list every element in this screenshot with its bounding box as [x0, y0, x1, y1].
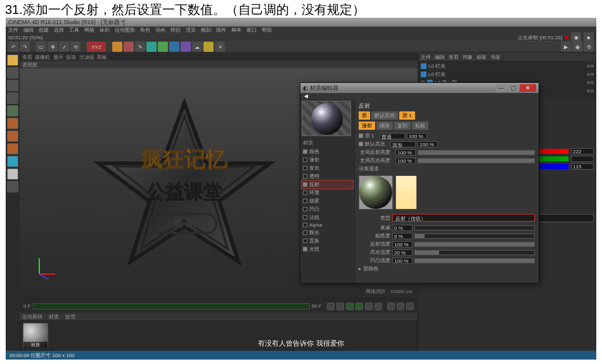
me-layer-tab[interactable]: 层 [359, 111, 370, 120]
tool-6-icon[interactable] [7, 118, 18, 129]
checkbox-icon[interactable] [303, 215, 307, 220]
tool-1-icon[interactable] [7, 54, 18, 66]
cam-icon[interactable]: ◉ [571, 32, 581, 42]
play-end-icon[interactable] [375, 303, 382, 310]
menu-create[interactable]: 创建 [39, 27, 49, 34]
deform-icon[interactable] [181, 42, 191, 52]
gspec-val[interactable]: 100 % [395, 149, 416, 156]
menu-render[interactable]: 渲染 [186, 27, 196, 34]
rtab-obj[interactable]: 对象 [463, 54, 473, 61]
chan-reflect[interactable]: 反射 [302, 180, 353, 189]
me-paste-tab[interactable]: 粘贴 [412, 122, 428, 130]
scale-icon[interactable]: ⤢ [59, 42, 69, 52]
chan-alpha[interactable]: Alpha [302, 222, 353, 229]
checkbox-icon[interactable] [359, 134, 363, 138]
bump-val[interactable]: 100 % [392, 258, 413, 264]
play-prev-icon[interactable] [336, 303, 344, 310]
nurbs-icon[interactable] [158, 42, 168, 52]
me-layer1-tab[interactable]: 层 1 [399, 111, 415, 120]
grefl-val[interactable]: 100 % [395, 158, 416, 164]
gspec-slider[interactable] [418, 150, 535, 155]
refl-val[interactable]: 100 % [392, 241, 413, 248]
rough-slider[interactable] [414, 234, 535, 239]
render2-icon[interactable]: ◉ [572, 42, 582, 52]
tool-7-icon[interactable] [7, 130, 18, 142]
tool-8-icon[interactable] [7, 143, 18, 154]
rtab-tag[interactable]: 标签 [477, 54, 487, 61]
autokey-icon[interactable] [397, 303, 404, 310]
checkbox-icon[interactable] [303, 199, 307, 203]
vp-menu-panel[interactable]: 面板 [97, 54, 107, 61]
maximize-button[interactable]: ▢ [508, 84, 519, 92]
checkbox-icon[interactable] [303, 207, 307, 211]
vp-menu-cam[interactable]: 摄像机 [35, 54, 50, 61]
rtab-view[interactable]: 查看 [449, 54, 459, 61]
viewport-tab[interactable]: 透视图 [20, 61, 418, 68]
stop-icon[interactable]: ■ [584, 32, 594, 42]
atten-slider[interactable] [414, 225, 535, 230]
menu-plugins[interactable]: 插件 [216, 27, 226, 34]
layer-color-thumb[interactable] [395, 175, 417, 210]
spec-val[interactable]: 20 % [392, 249, 413, 256]
chan-env[interactable]: 环境 [302, 189, 353, 197]
light-icon[interactable]: ☀ [215, 42, 225, 52]
menu-sculpt[interactable]: 雕刻 [201, 27, 211, 34]
menu-help[interactable]: 帮助 [262, 27, 272, 34]
prim-icon[interactable] [112, 42, 122, 52]
checkbox-icon[interactable] [303, 230, 307, 235]
redo-icon[interactable]: ↷ [20, 42, 30, 52]
menu-mesh[interactable]: 网格 [84, 27, 94, 34]
menu-sim[interactable]: 模拟 [170, 27, 181, 34]
chan-diffuse[interactable]: 漫射 [302, 156, 353, 164]
bump-slider[interactable] [414, 258, 535, 263]
tool-10-icon[interactable] [7, 168, 18, 180]
menu-volume[interactable]: 体积 [99, 27, 110, 34]
me-remove-tab[interactable]: 移除 [376, 122, 393, 130]
play-next-icon[interactable] [365, 303, 373, 310]
val-g[interactable] [571, 156, 594, 162]
tool-2-icon[interactable] [7, 67, 18, 78]
array-icon[interactable] [169, 42, 179, 52]
checkbox-icon[interactable] [303, 247, 307, 251]
play-fwd-icon[interactable] [355, 303, 363, 310]
layer-thumb[interactable] [359, 175, 393, 210]
key-opt-icon[interactable] [406, 303, 414, 310]
checkbox-icon[interactable] [303, 166, 307, 170]
me-matname[interactable]: 材质 [302, 139, 353, 147]
menu-anim[interactable]: 动画 [155, 27, 165, 34]
rough-val[interactable]: 8 % [392, 233, 413, 239]
refl-slider[interactable] [414, 242, 535, 247]
tool-9-icon[interactable] [7, 156, 18, 167]
me-diffuse-tab[interactable]: 漫射 [359, 122, 375, 130]
grefl-slider[interactable] [418, 158, 535, 163]
layer-color-expand[interactable]: 层颜色 [363, 265, 378, 272]
chan-bump[interactable]: 凹凸 [302, 205, 353, 213]
settings-icon[interactable]: ⚙ [584, 42, 594, 52]
preset-dd-b[interactable]: 添加 [390, 141, 416, 147]
me-titlebar[interactable]: ◐ 材质编辑器 — ▢ ✕ [300, 83, 539, 93]
rtab-file[interactable]: 文件 [421, 54, 431, 61]
me-back-icon[interactable]: ◄ [303, 92, 309, 99]
rtab-edit[interactable]: 编辑 [435, 54, 445, 61]
select-icon[interactable]: ▭ [36, 42, 46, 52]
play-back-icon[interactable] [346, 303, 354, 310]
minimize-button[interactable]: — [496, 84, 507, 92]
checkbox-icon[interactable] [303, 182, 307, 187]
menu-script[interactable]: 脚本 [231, 27, 241, 34]
atten-val[interactable]: 0 % [392, 225, 413, 231]
close-button[interactable]: ✕ [520, 84, 536, 92]
pen-icon[interactable]: ✎ [135, 42, 145, 52]
chan-trans[interactable]: 透明 [302, 172, 353, 180]
menu-file[interactable]: 文件 [8, 27, 18, 34]
rec-key-icon[interactable] [387, 303, 395, 310]
rtab-bm[interactable]: 书签 [490, 54, 501, 61]
checkbox-icon[interactable] [303, 158, 307, 162]
render-icon[interactable]: ▶ [561, 42, 571, 52]
hier-row[interactable]: L0 灯光 [421, 70, 594, 78]
rotate-icon[interactable]: ⟲ [70, 42, 80, 52]
me-preview[interactable] [302, 101, 351, 136]
checkbox-icon[interactable] [359, 142, 363, 146]
chan-disp[interactable]: 置换 [302, 237, 353, 245]
chan-lumin[interactable]: 发光 [302, 164, 353, 172]
play-start-icon[interactable] [327, 303, 335, 310]
